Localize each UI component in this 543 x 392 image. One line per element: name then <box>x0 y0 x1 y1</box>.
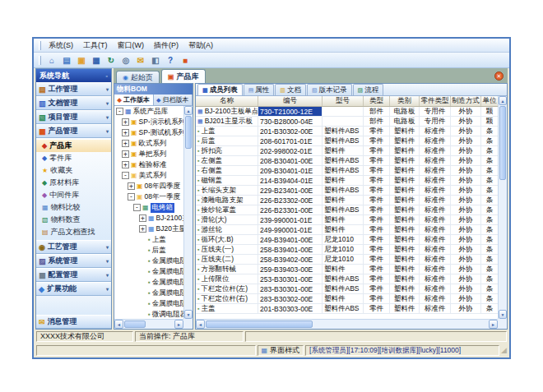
column-header[interactable]: 零件类型 <box>420 96 451 106</box>
collapse-icon[interactable]: - <box>133 204 141 211</box>
scroll-right-icon[interactable]: ► <box>174 320 183 329</box>
menu-item[interactable]: 系统(S) <box>44 39 78 52</box>
table-row[interactable]: ▪方形翻转械259-B39403-00E塑料件零件塑料件标准件外协条 <box>196 265 498 274</box>
tab-member-list[interactable]: ▦成员列表 <box>197 84 243 95</box>
table-row[interactable]: ▪主盖201-B30303-00E塑料件ABS零件塑料件标准件外协条 <box>196 304 498 314</box>
expand-icon[interactable]: + <box>122 150 129 158</box>
message-icon[interactable]: ✉ <box>134 54 147 67</box>
new-doc-icon[interactable]: ▤ <box>60 54 73 67</box>
scroll-thumb[interactable] <box>124 321 146 328</box>
table-row[interactable]: ▪后盖208-601701-01E塑料件ABS零件塑料件标准件外协条 <box>196 136 498 146</box>
message-bar[interactable]: ✉消息管理 <box>36 315 111 329</box>
scroll-down-icon[interactable]: ▼ <box>184 310 193 319</box>
table-row[interactable]: ▪下栏定位杆(左)283-B30301-00E塑料件ABS零件塑料件标准件外协条 <box>196 284 498 294</box>
sidebar-item[interactable]: ▧物料数查 <box>36 214 111 226</box>
scroll-down-icon[interactable]: ▼ <box>499 310 507 319</box>
expand-icon[interactable]: + <box>122 129 129 136</box>
tree-node[interactable]: +▦BJ20主显示板 <box>114 224 183 234</box>
column-header[interactable]: 编号 <box>258 96 323 106</box>
sidebar-item[interactable]: ◆产品库 <box>36 140 111 152</box>
table-vertical-scrollbar[interactable]: ▲ ▼ <box>498 96 507 319</box>
table-row[interactable]: ▪滑轮(大)239-990001-01E塑料件零件塑料件标准件外协条 <box>196 215 498 225</box>
drag-handle[interactable] <box>39 56 41 65</box>
table-horizontal-scrollbar[interactable]: ◄ ► <box>196 319 498 329</box>
expand-icon[interactable]: + <box>122 140 129 147</box>
tab-product-lib[interactable]: ▣产品库 <box>161 69 206 83</box>
scroll-left-icon[interactable]: ◄ <box>114 320 123 329</box>
tree-node[interactable]: +▣08年四季度 <box>114 181 183 191</box>
scroll-up-icon[interactable]: ▲ <box>499 96 507 105</box>
tree-node[interactable]: ▪后盖 <box>114 245 183 256</box>
expand-icon[interactable]: + <box>139 214 146 222</box>
column-header[interactable]: 名称 <box>196 96 258 106</box>
sidebar-item[interactable]: ▤产品文档查找 <box>36 226 111 238</box>
column-header[interactable]: 类型 <box>364 96 390 106</box>
menu-item[interactable]: 插件(P) <box>149 39 183 52</box>
drag-handle[interactable] <box>39 41 41 50</box>
tree-node[interactable]: ▪微调电阻器 <box>114 309 183 319</box>
nav-group[interactable]: ◉工艺管理▾ <box>36 240 111 254</box>
nav-group[interactable]: ▦产品管理▾ <box>36 124 111 138</box>
tab-properties[interactable]: ▤属性 <box>244 84 275 95</box>
tree-node[interactable]: +▣SP-测试机系列 <box>114 127 183 138</box>
tree-node[interactable]: -▦电烤箱 <box>114 202 183 213</box>
table-row[interactable]: ▪磁钢盖214-B39404-01E塑料件零件塑料件标准件外协条 <box>196 176 498 186</box>
column-header[interactable]: 制造方式 <box>451 96 481 106</box>
scroll-left-icon[interactable]: ◄ <box>196 320 205 329</box>
scroll-track[interactable] <box>499 181 507 310</box>
expand-icon[interactable]: + <box>139 225 146 233</box>
close-tab-icon[interactable]: ✕ <box>494 71 504 81</box>
menu-item[interactable]: 窗口(W) <box>113 39 150 52</box>
scroll-track[interactable] <box>184 150 193 310</box>
scroll-thumb[interactable] <box>499 106 506 180</box>
tab-version-history[interactable]: ▧版本记录 <box>307 84 352 95</box>
tree-node[interactable]: -▦系统产品库 <box>114 106 183 117</box>
ui-style-selector[interactable]: ▦ 界面样式 <box>258 345 304 356</box>
scroll-thumb[interactable] <box>185 116 192 149</box>
table-row[interactable]: ▪下栏定位杆(右)283-B30302-00E塑料件零件塑料件标准件外协条 <box>196 294 498 304</box>
table-row[interactable]: ▪漆雕电路支架226-B23302-00E塑料件零件塑料件标准件外协条 <box>196 196 498 205</box>
column-header[interactable]: 型号 <box>323 96 364 106</box>
table-row[interactable]: ▪右侧盖209-B30401-01E塑料件ABS零件塑料件标准件外协条 <box>196 166 498 176</box>
open-folder-icon[interactable]: ▣ <box>75 54 88 67</box>
sidebar-item[interactable]: ★收藏夹 <box>36 164 111 177</box>
scroll-right-icon[interactable]: ► <box>489 320 498 329</box>
table-row[interactable]: ▪拆扣亮202-998002-01E塑料件零件塑料件标准件外协条 <box>196 146 498 156</box>
column-header[interactable]: 单位 <box>481 96 499 106</box>
settings-icon[interactable]: ◧ <box>149 54 162 67</box>
table-row[interactable]: ▦BJ-2100主板单点730-T21000-12E部件电路板专用件外协颗 <box>196 107 498 117</box>
tree-node[interactable]: ▪金属膜电阻器 <box>114 256 183 266</box>
collapse-icon[interactable]: - <box>122 172 129 179</box>
nav-group[interactable]: ▨系统管理▾ <box>36 254 111 268</box>
tree-horizontal-scrollbar[interactable]: ◄ ► <box>114 319 183 329</box>
nav-group[interactable]: ▤工作管理▾ <box>36 82 111 96</box>
table-row[interactable]: ▪左侧盖208-B30401-00E塑料件ABS零件塑料件标准件外协条 <box>196 156 498 166</box>
tree-node[interactable]: ▪金属膜电阻器 <box>114 266 183 277</box>
sidebar-item[interactable]: ◆中间件库 <box>36 189 111 201</box>
tree-node[interactable]: +▣单把系列 <box>114 149 183 159</box>
sidebar-item[interactable]: ◆零件库 <box>36 152 111 164</box>
tree-vertical-scrollbar[interactable]: ▲ ▼ <box>183 106 193 319</box>
sidebar-item[interactable]: ◆原材料库 <box>36 177 111 189</box>
nav-group[interactable]: ▥文档管理▾ <box>36 96 111 110</box>
menu-item[interactable]: 帮助(A) <box>183 39 218 52</box>
tree-node[interactable]: +▣检验标准 <box>114 159 183 170</box>
tab-start-page[interactable]: ◉起始页 <box>116 71 160 83</box>
table-row[interactable]: ▪循环(大.B)249-B39401-00E尼龙1010零件塑料件标准件外协条 <box>196 235 498 245</box>
tree-node[interactable]: ▪金属膜电阻器 <box>114 298 183 309</box>
collapse-icon[interactable]: - <box>116 108 123 115</box>
tree-node[interactable]: +▦BJ-2100主板单点 <box>114 213 183 224</box>
table-row[interactable]: ▪上盖201-B30302-00E塑料件ABS零件塑料件标准件外协条 <box>196 127 498 136</box>
tab-workflow[interactable]: ▨流程 <box>353 84 384 95</box>
table-row[interactable]: ▪长缩头支架229-B23401-00E塑料件ABS零件塑料件标准件外协条 <box>196 186 498 196</box>
home-icon[interactable]: ⌂ <box>45 54 58 67</box>
help-icon[interactable]: ? <box>164 54 177 67</box>
exit-icon[interactable]: ■ <box>179 54 192 67</box>
tree-node[interactable]: ▪上盖 <box>114 234 183 245</box>
nav-group[interactable]: ▧项目管理▾ <box>36 110 111 124</box>
tab-documents[interactable]: ▥文档 <box>275 84 306 95</box>
table-row[interactable]: ▪游丝轮249-990001-01E塑料件零件塑料件标准件外协条 <box>196 225 498 235</box>
column-header[interactable]: 类别 <box>390 96 420 106</box>
resize-grip[interactable]: ◢ <box>501 345 507 356</box>
tree-node[interactable]: -▣08年一季度 <box>114 191 183 202</box>
